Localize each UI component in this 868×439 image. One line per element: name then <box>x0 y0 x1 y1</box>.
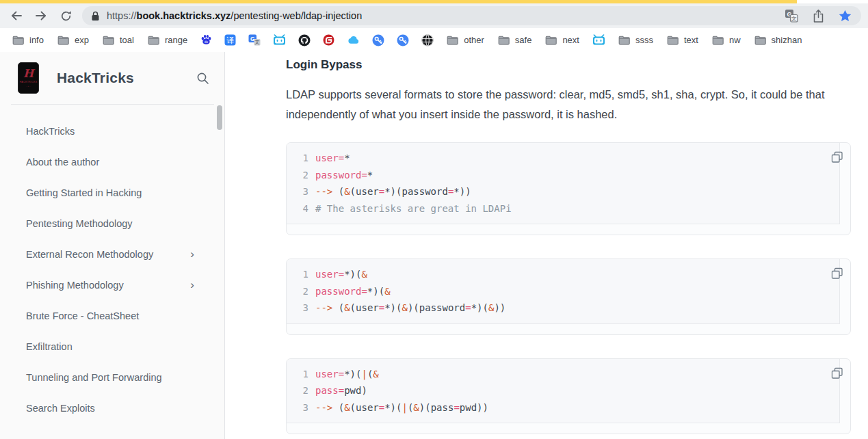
sidebar-scrollbar-thumb[interactable] <box>217 105 222 130</box>
chevron-right-icon[interactable]: › <box>190 248 194 260</box>
code-block-3: 1user=*)(|(&2pass=pwd)3--> (&(user=*)(|(… <box>286 358 851 435</box>
bookmark-cloud-icon[interactable] <box>341 31 366 49</box>
code-line: 2password=* <box>287 167 839 184</box>
line-number: 1 <box>287 150 308 167</box>
sidebar: H HACKTRICKS — ♦ — HackTricks HackTricks… <box>0 52 225 439</box>
folder-icon <box>447 36 458 45</box>
folder-icon <box>712 36 724 45</box>
code-line: 2password=*)(& <box>287 283 839 300</box>
sidebar-item-tunneling-and-port-forwarding[interactable]: Tunneling and Port Forwarding <box>0 362 224 393</box>
sidebar-item-exfiltration[interactable]: Exfiltration <box>0 331 224 362</box>
bookmark-label: other <box>464 35 484 45</box>
line-number: 3 <box>287 399 308 416</box>
code-text: --> (&(user=*)(password=*)) <box>308 183 471 200</box>
bookmark-label: range <box>165 35 187 45</box>
hacktricks-logo[interactable]: H HACKTRICKS — ♦ — <box>18 62 39 94</box>
sidebar-item-phishing-methodology[interactable]: Phishing Methodology› <box>0 269 224 300</box>
bookmark-folder-shizhan[interactable]: shizhan <box>748 31 809 49</box>
url-domain: book.hacktricks.xyz <box>137 10 231 21</box>
bookmark-baidu-paw-icon[interactable]: du <box>194 31 218 49</box>
browser-toolbar: https://book.hacktricks.xyz/pentesting-w… <box>0 3 868 28</box>
address-bar[interactable]: https://book.hacktricks.xyz/pentesting-w… <box>82 6 861 25</box>
bookmark-key-circle-icon-2[interactable] <box>391 31 415 49</box>
bookmark-label: info <box>29 35 44 45</box>
bookmark-label: ssss <box>635 35 653 45</box>
folder-icon <box>498 36 510 45</box>
sidebar-item-label: External Recon Methodology <box>26 249 153 260</box>
sidebar-item-getting-started-in-hacking[interactable]: Getting Started in Hacking <box>0 177 224 208</box>
code-line: 1user=* <box>287 150 839 167</box>
bookmark-label: safe <box>515 35 532 45</box>
line-number: 2 <box>287 167 308 184</box>
copy-code-button[interactable] <box>831 151 843 163</box>
sidebar-item-brute-force-cheatsheet[interactable]: Brute Force - CheatSheet <box>0 300 224 331</box>
sidebar-item-label: Getting Started in Hacking <box>26 187 142 198</box>
code-block-1: 1user=*2password=*3--> (&(user=*)(passwo… <box>286 142 851 235</box>
bookmark-label: next <box>562 35 579 45</box>
code-line: 3--> (&(user=*)(|(&)(pass=pwd)) <box>287 399 839 416</box>
code-line: 2pass=pwd) <box>287 382 839 399</box>
sidebar-item-pentesting-methodology[interactable]: Pentesting Methodology <box>0 208 224 239</box>
bookmark-folder-exp[interactable]: exp <box>51 31 96 49</box>
bookmark-folder-text[interactable]: text <box>660 31 705 49</box>
bookmark-label: nw <box>729 35 741 45</box>
svg-text:文: 文 <box>255 39 260 44</box>
logo-subline: — ♦ — <box>26 85 31 88</box>
sidebar-item-external-recon-methodology[interactable]: External Recon Methodology› <box>0 239 224 269</box>
folder-icon <box>103 36 114 45</box>
github-icon <box>298 34 311 46</box>
bookmark-key-circle-icon[interactable] <box>366 31 391 49</box>
folder-icon <box>618 36 630 45</box>
bookmark-folder-info[interactable]: info <box>5 31 51 49</box>
bookmark-folder-next[interactable]: next <box>538 31 586 49</box>
line-number: 3 <box>287 183 308 200</box>
bookmark-gitee-icon[interactable] <box>317 31 341 49</box>
bookmark-folder-safe[interactable]: safe <box>491 31 539 49</box>
sidebar-item-about-the-author[interactable]: About the author <box>0 146 224 177</box>
gitee-icon <box>323 34 334 46</box>
sidebar-item-label: Search Exploits <box>26 403 95 414</box>
copy-code-button[interactable] <box>831 267 843 280</box>
reload-button[interactable] <box>55 5 76 26</box>
logo-letter: H <box>23 68 34 79</box>
share-icon[interactable] <box>813 9 824 23</box>
code-block-body: 1user=*)(&2password=*)(&3--> (&(user=*)(… <box>287 259 840 324</box>
code-text: pass=pwd) <box>308 382 367 399</box>
line-number: 1 <box>287 266 308 283</box>
bookmark-translate-square-icon[interactable]: 译 <box>218 31 242 49</box>
bookmark-bilibili-icon[interactable] <box>267 31 292 49</box>
bookmark-globe-icon[interactable] <box>415 31 440 49</box>
sidebar-title: HackTricks <box>57 70 134 86</box>
back-button[interactable] <box>6 5 27 26</box>
folder-icon <box>148 36 159 45</box>
bookmark-github-icon[interactable] <box>292 31 317 49</box>
code-line: 1user=*)(& <box>287 266 839 283</box>
folder-icon <box>667 36 679 45</box>
line-number: 3 <box>287 300 308 317</box>
code-text: user=*)(& <box>308 266 367 283</box>
folder-icon <box>545 36 557 45</box>
globe-icon <box>421 34 434 46</box>
bookmark-folder-ssss[interactable]: ssss <box>611 31 660 49</box>
bookmark-folder-range[interactable]: range <box>141 31 194 49</box>
copy-code-button[interactable] <box>831 367 843 380</box>
search-icon[interactable] <box>196 72 209 85</box>
bookmark-google-translate-icon[interactable]: G文 <box>242 31 267 49</box>
bookmark-bilibili-icon-2[interactable] <box>586 31 611 49</box>
forward-button[interactable] <box>31 5 51 26</box>
bookmark-folder-nw[interactable]: nw <box>705 31 748 49</box>
sidebar-item-hacktricks[interactable]: HackTricks <box>0 116 224 146</box>
code-text: password=* <box>308 167 373 184</box>
bookmark-star-icon[interactable] <box>839 10 852 22</box>
code-text: user=* <box>308 150 350 167</box>
bookmark-folder-toal[interactable]: toal <box>96 31 141 49</box>
bookmark-folder-other[interactable]: other <box>440 31 491 49</box>
bookmark-label: exp <box>75 35 89 45</box>
translate-page-icon[interactable]: G文 <box>785 9 798 23</box>
chevron-right-icon[interactable]: › <box>190 279 194 291</box>
sidebar-item-search-exploits[interactable]: Search Exploits <box>0 393 224 423</box>
code-text: --> (&(user=*)(|(&)(pass=pwd)) <box>308 399 488 416</box>
svg-text:文: 文 <box>791 16 797 22</box>
key-circle-icon <box>372 34 384 46</box>
line-number: 4 <box>287 200 308 217</box>
